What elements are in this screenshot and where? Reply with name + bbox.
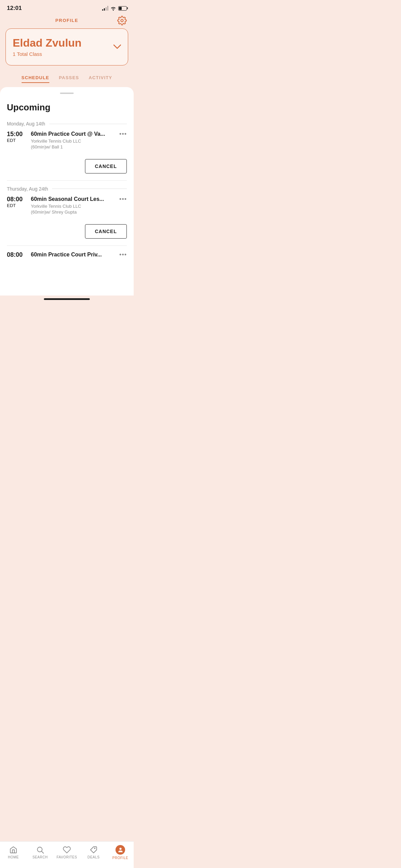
cancel-button-2[interactable]: CANCEL	[85, 224, 127, 239]
profile-name: Eldad Zvulun	[13, 37, 82, 49]
time-tz-2: EDT	[7, 203, 16, 208]
booking-details-2: 60min Seasonal Court Les... Yorkville Te…	[31, 196, 117, 215]
booking-venue-2: Yorkville Tennis Club LLC	[31, 204, 117, 209]
booking-time-1: 15:00 EDT	[7, 131, 27, 143]
status-icons	[102, 6, 127, 11]
cancel-row-1: CANCEL	[0, 155, 134, 180]
profile-card[interactable]: Eldad Zvulun 1 Total Class	[5, 28, 128, 65]
booking-details-3: 60min Practice Court Priv...	[31, 251, 117, 258]
status-bar: 12:01	[0, 0, 134, 15]
chevron-down-icon[interactable]	[113, 43, 121, 51]
date-line-1	[49, 124, 127, 124]
page-title: PROFILE	[56, 18, 78, 23]
booking-title-3: 60min Practice Court Priv...	[31, 251, 117, 258]
booking-time-2: 08:00 EDT	[7, 196, 27, 208]
sheet-handle	[60, 93, 74, 94]
time-tz-1: EDT	[7, 138, 16, 143]
time-value-1: 15:00	[7, 131, 23, 138]
date-header-2: Thursday, Aug 24th	[0, 186, 134, 192]
booking-item-1: 15:00 EDT 60min Practice Court @ Va... Y…	[0, 131, 134, 155]
date-header-1: Monday, Aug 14th	[0, 121, 134, 126]
wifi-icon	[110, 6, 116, 11]
time-value-2: 08:00	[7, 196, 23, 203]
booking-time-3: 08:00	[7, 251, 27, 258]
divider-1	[7, 180, 127, 181]
time-value-3: 08:00	[7, 251, 23, 258]
header: PROFILE	[0, 15, 134, 26]
booking-details-1: 60min Practice Court @ Va... Yorkville T…	[31, 131, 117, 149]
date-line-2	[52, 189, 127, 189]
tabs-bar: SCHEDULE PASSES ACTIVITY	[0, 71, 134, 87]
more-options-icon-1[interactable]: •••	[119, 131, 127, 138]
booking-item-3: 08:00 60min Practice Court Priv... •••	[0, 246, 134, 261]
more-options-icon-2[interactable]: •••	[119, 196, 127, 203]
booking-venue-1: Yorkville Tennis Club LLC	[31, 138, 117, 144]
booking-desc-2: (60min)w/ Shrey Gupta	[31, 209, 117, 215]
battery-icon	[118, 6, 127, 11]
content-sheet: Upcoming Monday, Aug 14th 15:00 EDT 60mi…	[0, 87, 134, 296]
date-label-1: Monday, Aug 14th	[7, 121, 45, 126]
cancel-row-2: CANCEL	[0, 220, 134, 245]
more-options-icon-3[interactable]: •••	[119, 251, 127, 258]
tab-passes[interactable]: PASSES	[59, 75, 79, 83]
booking-item-2: 08:00 EDT 60min Seasonal Court Les... Yo…	[0, 196, 134, 220]
date-label-2: Thursday, Aug 24th	[7, 186, 48, 192]
profile-info: Eldad Zvulun 1 Total Class	[13, 37, 82, 57]
home-indicator	[44, 298, 90, 300]
section-title: Upcoming	[0, 102, 134, 113]
booking-title-2: 60min Seasonal Court Les...	[31, 196, 117, 203]
booking-title-1: 60min Practice Court @ Va...	[31, 131, 117, 138]
cancel-button-1[interactable]: CANCEL	[85, 159, 127, 173]
booking-desc-1: (60min)w/ Ball 1	[31, 144, 117, 149]
status-time: 12:01	[7, 5, 22, 12]
svg-point-0	[121, 19, 123, 22]
signal-icon	[102, 6, 108, 11]
gear-icon[interactable]	[117, 16, 127, 25]
tab-schedule[interactable]: SCHEDULE	[22, 75, 49, 83]
profile-subtitle: 1 Total Class	[13, 51, 82, 57]
tab-activity[interactable]: ACTIVITY	[89, 75, 112, 83]
